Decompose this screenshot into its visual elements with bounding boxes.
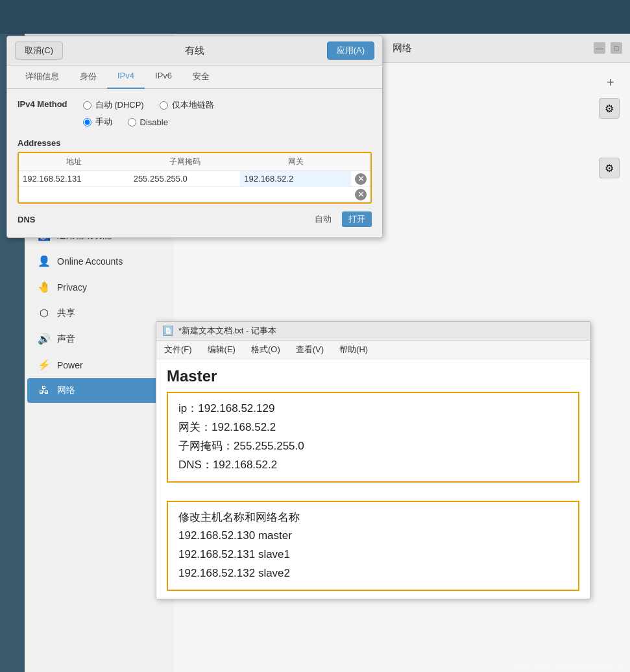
tab-identity[interactable]: 身份 (69, 66, 107, 89)
gear-button-top[interactable]: ⚙ (599, 98, 620, 119)
cancel-button[interactable]: 取消(C) (15, 42, 63, 60)
gw-cell-1[interactable] (240, 171, 351, 186)
sidebar-label-privacy: Privacy (57, 282, 87, 293)
sidebar-item-network[interactable]: 🖧 网络 (27, 378, 171, 403)
notepad-menu: 文件(F) 编辑(E) 格式(O) 查看(V) 帮助(H) (156, 341, 590, 359)
sidebar-item-power[interactable]: ⚡ Power (27, 352, 171, 378)
option-manual[interactable]: 手动 (83, 116, 112, 128)
notepad-icon: 📄 (163, 326, 173, 336)
tab-security[interactable]: 安全 (182, 66, 220, 89)
del-row-1-button[interactable]: ✕ (355, 173, 367, 185)
sidebar-item-share[interactable]: ⬡ 共享 (27, 300, 171, 326)
option-link-local[interactable]: 仅本地链路 (160, 99, 214, 111)
sidebar-item-sound[interactable]: 🔊 声音 (27, 326, 171, 352)
sidebar-label-network: 网络 (57, 385, 75, 396)
addresses-table: 地址 子网掩码 网关 ✕ (18, 152, 372, 204)
method-label: IPv4 Method (18, 99, 67, 109)
tab-details[interactable]: 详细信息 (15, 66, 69, 89)
addr-header: 地址 子网掩码 网关 (19, 153, 370, 171)
del-col-header (351, 153, 370, 171)
del-row-2-button[interactable]: ✕ (355, 189, 367, 200)
dns-label: DNS (18, 215, 35, 224)
addr-row-2: ✕ (19, 187, 370, 202)
add-connection-button[interactable]: + (601, 73, 620, 91)
mask-cell-1[interactable] (130, 171, 241, 186)
info-line-2-3: 192.168.52.131 slave1 (178, 546, 568, 564)
sidebar-label-power: Power (57, 360, 83, 370)
info-line-1-2: 网关：192.168.52.2 (178, 418, 568, 437)
tab-ipv6[interactable]: IPv6 (145, 66, 182, 89)
sidebar-label-share: 共享 (57, 307, 75, 319)
dns-mode: 自动 (315, 213, 332, 225)
dialog-title: 有线 (68, 45, 322, 57)
info-box-1: ip：192.168.52.129 网关：192.168.52.2 子网掩码：2… (167, 392, 579, 483)
gw-cell-2[interactable] (240, 187, 351, 202)
dns-section: DNS 自动 打开 (18, 211, 372, 227)
menu-file[interactable]: 文件(F) (162, 342, 195, 357)
url-bar: https://blog.csdn.net/qq_43543705 (515, 662, 625, 669)
option-disable[interactable]: Disable (128, 116, 168, 128)
addr-cell-2[interactable] (19, 187, 130, 202)
radio-link-local[interactable] (160, 101, 168, 110)
dns-toggle-button[interactable]: 打开 (342, 211, 372, 227)
notepad-window: 📄 *新建文本文档.txt - 记事本 文件(F) 编辑(E) 格式(O) 查看… (156, 321, 590, 599)
notepad-titlebar: 📄 *新建文本文档.txt - 记事本 (156, 322, 590, 341)
addr-input-2[interactable] (23, 189, 126, 199)
menu-edit[interactable]: 编辑(E) (205, 342, 238, 357)
minimize-button[interactable]: — (594, 42, 605, 54)
addresses-section: Addresses 地址 子网掩码 网关 (18, 138, 372, 204)
mask-cell-2[interactable] (130, 187, 241, 202)
option-auto-label: 自动 (DHCP) (95, 99, 144, 111)
online-accounts-icon: 👤 (38, 255, 51, 267)
sidebar-item-online-accounts[interactable]: 👤 Online Accounts (27, 248, 171, 274)
maximize-button[interactable]: □ (611, 42, 622, 54)
top-menubar (0, 0, 630, 34)
addresses-label: Addresses (18, 138, 372, 148)
addr-row-1: ✕ (19, 171, 370, 187)
info-line-2-1: 修改主机名称和网络名称 (178, 509, 568, 527)
tab-ipv4[interactable]: IPv4 (107, 66, 145, 89)
gw-input-1[interactable] (244, 174, 347, 184)
option-auto[interactable]: 自动 (DHCP) (83, 99, 144, 111)
sidebar-item-privacy[interactable]: 🤚 Privacy (27, 274, 171, 300)
del-cell-1: ✕ (351, 171, 370, 186)
notepad-title: *新建文本文档.txt - 记事本 (178, 325, 276, 337)
notepad-content: Master ip：192.168.52.129 网关：192.168.52.2… (156, 359, 590, 599)
dialog-tabs: 详细信息 身份 IPv4 IPv6 安全 (7, 66, 382, 89)
mask-input-1[interactable] (134, 174, 237, 184)
radio-disable[interactable] (128, 118, 136, 126)
radio-manual[interactable] (83, 118, 91, 126)
ipv4-method-section: IPv4 Method 自动 (DHCP) 仅本地链路 (18, 99, 372, 128)
gear-button-bottom[interactable]: ⚙ (599, 158, 620, 178)
info-line-1-4: DNS：192.168.52.2 (178, 456, 568, 475)
gw-input-2[interactable] (244, 189, 347, 199)
ipv4-dialog: 取消(C) 有线 应用(A) 详细信息 身份 IPv4 IPv6 安全 IPv4… (6, 36, 383, 238)
menu-format[interactable]: 格式(O) (248, 342, 283, 357)
mask-input-2[interactable] (134, 189, 237, 199)
info-line-1-1: ip：192.168.52.129 (178, 400, 568, 418)
sidebar-label-sound: 声音 (57, 333, 75, 345)
option-manual-label: 手动 (95, 116, 112, 128)
option-link-local-label: 仅本地链路 (172, 99, 214, 111)
mask-col-header: 子网掩码 (130, 153, 241, 171)
gw-col-header: 网关 (240, 153, 351, 171)
option-disable-label: Disable (140, 117, 168, 127)
network-panel-title: 网络 (393, 42, 412, 54)
dialog-content: IPv4 Method 自动 (DHCP) 仅本地链路 (7, 89, 382, 237)
info-line-1-3: 子网掩码：255.255.255.0 (178, 437, 568, 456)
info-line-2-4: 192.168.52.132 slave2 (178, 564, 568, 583)
radio-auto[interactable] (83, 101, 91, 110)
privacy-icon: 🤚 (38, 281, 51, 293)
addr-cell-1[interactable] (19, 171, 130, 186)
apply-button[interactable]: 应用(A) (327, 42, 374, 60)
share-icon: ⬡ (38, 307, 51, 319)
sidebar-label-online-accounts: Online Accounts (57, 256, 123, 267)
info-box-2: 修改主机名称和网络名称 192.168.52.130 master 192.16… (167, 501, 579, 592)
master-label: Master (167, 367, 579, 385)
window-controls: — □ (594, 42, 622, 54)
menu-view[interactable]: 查看(V) (293, 342, 326, 357)
dialog-titlebar: 取消(C) 有线 应用(A) (7, 36, 382, 66)
menu-help[interactable]: 帮助(H) (337, 342, 370, 357)
addr-input-1[interactable] (23, 174, 126, 184)
network-icon: 🖧 (38, 385, 51, 396)
